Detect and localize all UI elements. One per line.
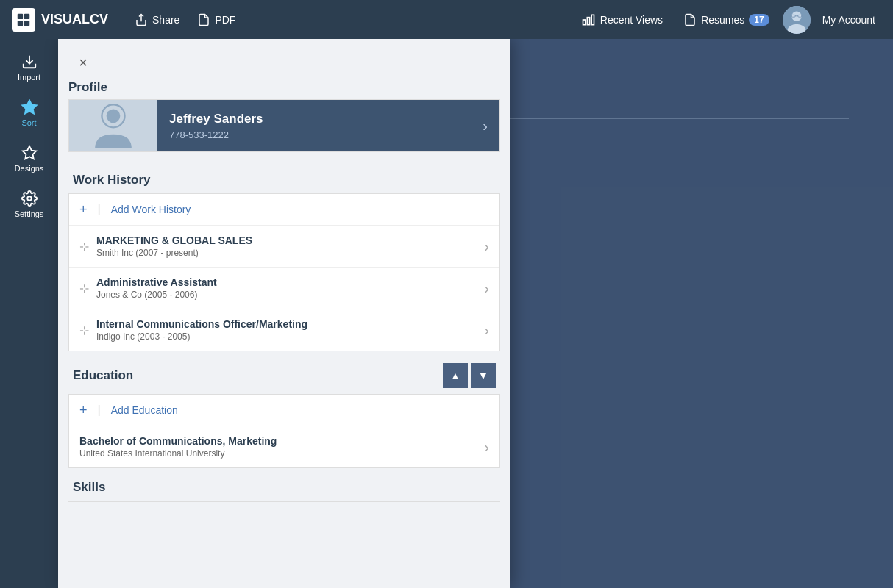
work-history-list: + | Add Work History ⊹ MARKETING & GLOBA… [68, 193, 500, 351]
svg-point-17 [107, 109, 121, 123]
work-history-header: Work History [58, 164, 510, 193]
close-button[interactable]: × [73, 52, 93, 73]
import-icon [21, 54, 38, 70]
resumes-button[interactable]: Resumes 17 [676, 9, 777, 31]
work-item-0-title: MARKETING & GLOBAL SALES [96, 234, 477, 246]
main-layout: Import Sort Designs Settings JEFFREY SAN… [0, 39, 893, 588]
profile-info[interactable]: Jeffrey Sanders 778-533-1222 › [157, 100, 499, 151]
svg-point-8 [791, 11, 801, 21]
work-history-title: Work History [73, 173, 151, 187]
profile-text: Jeffrey Sanders 778-533-1222 [169, 112, 263, 140]
sidebar-item-import[interactable]: Import [0, 46, 58, 89]
education-item-0-chevron: › [484, 439, 489, 456]
education-list: + | Add Education Bachelor of Communicat… [68, 394, 500, 468]
sidebar-item-settings[interactable]: Settings [0, 183, 58, 226]
nav-right: Recent Views Resumes 17 My Account [574, 6, 881, 34]
share-icon [135, 13, 148, 26]
education-title: Education [73, 368, 133, 383]
work-item-0-chevron: › [484, 238, 489, 255]
skills-header: Skills [58, 471, 510, 501]
profile-avatar [69, 100, 157, 151]
plus-icon: + [79, 203, 88, 216]
svg-marker-14 [22, 101, 35, 113]
add-education-item[interactable]: + | Add Education [69, 395, 499, 426]
svg-rect-2 [18, 20, 23, 25]
document-icon [683, 13, 697, 26]
skills-title: Skills [73, 480, 105, 495]
add-education-label: Add Education [111, 404, 178, 416]
top-navigation: VISUALCV Share PDF Recent Views Resumes … [0, 0, 893, 39]
svg-rect-5 [587, 17, 589, 24]
work-item-1-content: Administrative Assistant Jones & Co (200… [96, 276, 477, 300]
logo-icon [12, 8, 35, 32]
education-header: Education ▲ ▼ [58, 354, 510, 394]
chart-icon [581, 12, 596, 27]
svg-point-15 [27, 196, 32, 201]
logo[interactable]: VISUALCV [12, 8, 108, 32]
work-item-1[interactable]: ⊹ Administrative Assistant Jones & Co (2… [69, 268, 499, 309]
settings-icon [21, 190, 38, 207]
share-button[interactable]: Share [126, 9, 188, 31]
resumes-count-badge: 17 [749, 14, 769, 26]
drag-icon-1: ⊹ [79, 282, 89, 295]
skills-list [68, 501, 500, 502]
education-item-0[interactable]: Bachelor of Communications, Marketing Un… [69, 426, 499, 467]
modal-panel: × Profile Jeffrey Sanders 778-533-1222 › [58, 39, 510, 588]
svg-rect-0 [18, 13, 23, 18]
sidebar-item-sort[interactable]: Sort [0, 92, 58, 135]
svg-rect-4 [583, 20, 585, 25]
pdf-button[interactable]: PDF [188, 9, 244, 31]
work-item-1-subtitle: Jones & Co (2005 - 2006) [96, 290, 477, 300]
profile-phone: 778-533-1222 [169, 129, 263, 140]
work-item-0-subtitle: Smith Inc (2007 - present) [96, 248, 477, 258]
work-item-2-chevron: › [484, 322, 489, 339]
avatar[interactable] [783, 6, 811, 34]
avatar-image [783, 6, 811, 34]
education-item-0-subtitle: United States International University [79, 448, 477, 459]
work-item-0[interactable]: ⊹ MARKETING & GLOBAL SALES Smith Inc (20… [69, 226, 499, 268]
work-item-1-title: Administrative Assistant [96, 276, 477, 288]
svg-rect-1 [24, 13, 29, 18]
drag-icon-0: ⊹ [79, 240, 89, 254]
work-item-0-content: MARKETING & GLOBAL SALES Smith Inc (2007… [96, 234, 477, 258]
education-item-0-title: Bachelor of Communications, Marketing [79, 435, 477, 447]
separator: | [98, 203, 101, 216]
sidebar-item-designs[interactable]: Designs [0, 137, 58, 180]
svg-rect-3 [24, 20, 29, 25]
section-arrows: ▲ ▼ [443, 363, 496, 388]
add-work-history-item[interactable]: + | Add Work History [69, 194, 499, 226]
recent-views-button[interactable]: Recent Views [574, 8, 670, 32]
arrow-down-button[interactable]: ▼ [471, 363, 496, 388]
profile-section-title: Profile [58, 80, 510, 99]
work-item-2-subtitle: Indigo Inc (2003 - 2005) [96, 331, 477, 342]
add-work-history-label: Add Work History [111, 204, 191, 215]
work-item-2[interactable]: ⊹ Internal Communications Officer/Market… [69, 309, 499, 351]
modal-header: × [58, 39, 510, 80]
profile-name: Jeffrey Sanders [169, 112, 263, 126]
designs-icon [21, 145, 38, 161]
svg-rect-6 [591, 15, 594, 24]
education-item-0-content: Bachelor of Communications, Marketing Un… [79, 435, 477, 459]
pdf-icon [197, 13, 210, 26]
logo-text: VISUALCV [41, 12, 108, 27]
edu-separator: | [98, 404, 101, 417]
my-account-button[interactable]: My Account [816, 10, 881, 30]
work-item-2-title: Internal Communications Officer/Marketin… [96, 318, 477, 330]
add-edu-plus-icon: + [79, 404, 88, 417]
profile-section: Jeffrey Sanders 778-533-1222 › [68, 99, 500, 152]
arrow-up-button[interactable]: ▲ [443, 363, 468, 388]
profile-chevron-icon: › [483, 118, 488, 135]
sort-icon [21, 99, 38, 115]
work-item-1-chevron: › [484, 280, 489, 297]
work-item-2-content: Internal Communications Officer/Marketin… [96, 318, 477, 342]
sidebar: Import Sort Designs Settings [0, 39, 58, 588]
profile-avatar-icon [88, 100, 139, 151]
drag-icon-2: ⊹ [79, 323, 89, 337]
